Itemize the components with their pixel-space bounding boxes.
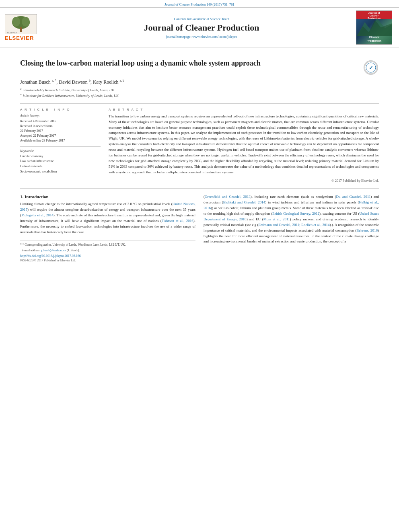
journal-citation: Journal of Cleaner Production 149 (2017)… bbox=[0, 0, 399, 7]
revised-date: Received in revised form22 February 2017 bbox=[20, 124, 101, 134]
contents-text: Contents lists available at bbox=[174, 17, 209, 21]
article-history-block: Received 4 November 2016 Received in rev… bbox=[20, 119, 101, 143]
journal-title: Journal of Cleaner Production bbox=[52, 23, 351, 33]
ref-mulugetta: Mulugetta et al., 2014 bbox=[21, 213, 53, 217]
intro-para-1: Limiting climate change to the internati… bbox=[20, 201, 195, 235]
affiliations: a a Sustainability Research Institute, U… bbox=[20, 87, 379, 98]
section-name: Introduction bbox=[25, 194, 49, 199]
journal-title-section: Contents lists available at ScienceDirec… bbox=[52, 17, 351, 39]
ref-greenfield: Greenfield and Graedel, 2013 bbox=[205, 195, 251, 199]
svg-rect-4 bbox=[20, 27, 22, 32]
info-abstract-section: A R T I C L E I N F O Article history: R… bbox=[20, 103, 379, 183]
affil-sup-b: b bbox=[20, 93, 22, 96]
citation-text: Journal of Cleaner Production 149 (2017)… bbox=[165, 2, 234, 6]
email-address[interactable]: j.busch@leeds.ac.uk bbox=[41, 249, 66, 252]
intro-para-right: (Greenfield and Graedel, 2013), includin… bbox=[204, 194, 379, 244]
abstract-text: The transition to low carbon energy and … bbox=[109, 114, 379, 175]
received-date: Received 4 November 2016 bbox=[20, 119, 101, 124]
copyright-line: © 2017 Published by Elsevier Ltd. bbox=[109, 179, 379, 183]
sciencedirect-link-text[interactable]: ScienceDirect bbox=[210, 17, 229, 21]
cover-label: Cleaner Production bbox=[367, 36, 382, 43]
cover-line1: Cleaner bbox=[369, 36, 379, 39]
journal-banner: ELSEVIER ELSEVIER Contents lists availab… bbox=[0, 7, 399, 47]
journal-cover-section: Journal ofCleanerProduction Cleaner Prod… bbox=[354, 10, 394, 45]
footnote-email-line: E-mail address: j.busch@leeds.ac.uk (J. … bbox=[20, 248, 195, 253]
affil-a: a a Sustainability Research Institute, U… bbox=[20, 87, 379, 92]
abstract-col: A B S T R A C T The transition to low ca… bbox=[109, 108, 379, 183]
footnote-author-text: * Corresponding author. University of Le… bbox=[23, 243, 126, 246]
ref-bgs: British Geological Survey, 2012 bbox=[272, 212, 319, 216]
section-title: 1. Introduction bbox=[20, 194, 195, 199]
history-label: Article history: bbox=[20, 114, 101, 117]
journal-cover-image: Journal ofCleanerProduction Cleaner Prod… bbox=[356, 10, 392, 45]
svg-point-3 bbox=[22, 17, 30, 27]
crossmark-badge: ✓ bbox=[364, 60, 378, 75]
ref-behrens: Behrens, 2016 bbox=[356, 228, 378, 232]
article-title-section: Closing the low-carbon material loop usi… bbox=[20, 59, 379, 75]
article-info-col: A R T I C L E I N F O Article history: R… bbox=[20, 108, 101, 183]
article-title: Closing the low-carbon material loop usi… bbox=[20, 59, 359, 68]
article-body: Closing the low-carbon material loop usi… bbox=[0, 47, 399, 266]
intro-left-col: 1. Introduction Limiting climate change … bbox=[20, 194, 195, 262]
ref-erdmann: Erdmann and Graedel, 2011; Roelich et al… bbox=[259, 223, 330, 227]
doi-url[interactable]: http://dx.doi.org/10.1016/j.jclepro.2017… bbox=[20, 254, 81, 258]
major-divider bbox=[20, 188, 379, 189]
section-number: 1. bbox=[20, 194, 23, 199]
author-sup-a: a, * bbox=[52, 79, 57, 82]
keyword-4: Socio-economic metabolism bbox=[20, 169, 101, 175]
info-divider bbox=[20, 146, 101, 147]
affil-b-text: b Institute for Resilient Infrastructure… bbox=[23, 94, 119, 98]
accepted-date: Accepted 22 February 2017 bbox=[20, 134, 101, 138]
homepage-url[interactable]: www.elsevier.com/locate/jclepro bbox=[192, 35, 237, 39]
keyword-1: Circular economy bbox=[20, 154, 101, 159]
email-name: (J. Busch). bbox=[67, 249, 80, 252]
abstract-heading: A B S T R A C T bbox=[109, 108, 379, 111]
introduction-section: 1. Introduction Limiting climate change … bbox=[20, 194, 379, 262]
svg-text:ELSEVIER: ELSEVIER bbox=[7, 31, 17, 34]
authors-section: Jonathan Busch a, *, David Dawson b, Kat… bbox=[20, 79, 379, 98]
ref-du: Du and Graedel, 2011 bbox=[336, 195, 370, 199]
ref-fishman: Fishman et al., 2016 bbox=[162, 219, 193, 223]
author-sup-ab: a, b bbox=[120, 79, 125, 82]
crossmark-section: ✓ bbox=[363, 60, 379, 75]
homepage-label: journal homepage: bbox=[166, 35, 192, 39]
elsevier-tree-image: ELSEVIER bbox=[5, 14, 37, 34]
affil-a-text: a Sustainability Research Institute, Uni… bbox=[23, 88, 114, 92]
elsevier-logo: ELSEVIER ELSEVIER bbox=[5, 14, 49, 41]
elsevier-logo-section: ELSEVIER ELSEVIER bbox=[5, 14, 49, 41]
affil-b: b b Institute for Resilient Infrastructu… bbox=[20, 93, 379, 98]
keywords-list: Circular economy Low carbon infrastructu… bbox=[20, 154, 101, 175]
svg-text:✓: ✓ bbox=[369, 65, 373, 71]
footnote-corresponding: * * Corresponding author. University of … bbox=[20, 242, 195, 247]
authors-line: Jonathan Busch a, *, David Dawson b, Kat… bbox=[20, 79, 379, 85]
author-sup-b: b bbox=[89, 79, 90, 82]
keyword-2: Low carbon infrastructure bbox=[20, 159, 101, 164]
sciencedirect-line: Contents lists available at ScienceDirec… bbox=[52, 17, 351, 21]
ref-elshkaki: Elshkaki and Graedel, 2014 bbox=[223, 200, 265, 204]
footnote-section: * * Corresponding author. University of … bbox=[20, 240, 195, 263]
cover-line2: Production bbox=[367, 39, 382, 42]
affil-sup-a: a bbox=[20, 87, 22, 90]
svg-marker-7 bbox=[357, 20, 392, 36]
doi-line[interactable]: http://dx.doi.org/10.1016/j.jclepro.2017… bbox=[20, 254, 195, 258]
keywords-label: Keywords: bbox=[20, 149, 101, 153]
online-date: Available online 23 February 2017 bbox=[20, 138, 101, 143]
journal-homepage-line: journal homepage: www.elsevier.com/locat… bbox=[52, 35, 351, 39]
email-label: E-mail address: bbox=[22, 249, 41, 252]
article-info-heading: A R T I C L E I N F O bbox=[20, 108, 101, 111]
ref-united-nations: United Nations, 2015 bbox=[20, 202, 195, 212]
intro-right-col: (Greenfield and Graedel, 2013), includin… bbox=[204, 194, 379, 262]
svg-point-2 bbox=[12, 17, 20, 27]
elsevier-wordmark: ELSEVIER bbox=[5, 35, 34, 41]
keyword-3: Critical materials bbox=[20, 164, 101, 169]
issn-line: 0959-6526/© 2017 Published by Elsevier L… bbox=[20, 259, 195, 262]
ref-moss: Moss et al., 2011 bbox=[263, 217, 290, 221]
